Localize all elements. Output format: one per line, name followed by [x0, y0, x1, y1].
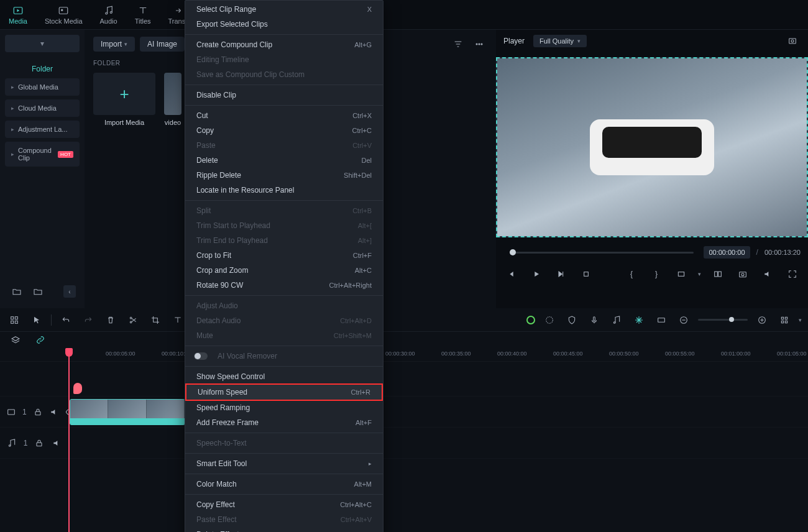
audio-track-icon[interactable]: [6, 435, 17, 451]
delete-icon[interactable]: [103, 312, 119, 328]
ai-image-button[interactable]: AI Image: [140, 37, 185, 52]
menu-crop-fit[interactable]: Crop to FitCtrl+F: [185, 248, 383, 263]
menu-rotate[interactable]: Rotate 90 CWCtrl+Alt+Right: [185, 278, 383, 293]
svg-rect-23: [594, 316, 595, 321]
aspect-icon[interactable]: [673, 266, 689, 282]
menu-create-compound[interactable]: Create Compound ClipAlt+G: [185, 37, 383, 52]
menu-uniform-speed[interactable]: Uniform SpeedCtrl+R: [185, 383, 383, 401]
collapse-sidebar-button[interactable]: ‹: [63, 285, 76, 298]
timeline-ruler[interactable]: 00:00:05:0000:00:10:0000:00:15:0000:00:2…: [0, 348, 808, 362]
menu-delete-effect[interactable]: Delete Effect: [185, 527, 383, 532]
mic-icon[interactable]: [586, 312, 602, 328]
split-icon[interactable]: [125, 312, 141, 328]
sidebar-item-global[interactable]: ▸Global Media: [5, 78, 80, 96]
lock-icon[interactable]: [33, 404, 43, 420]
menu-copy-effect[interactable]: Copy EffectCtrl+Alt+C: [185, 497, 383, 512]
shield-icon[interactable]: [564, 312, 580, 328]
marker-icon[interactable]: [73, 383, 82, 394]
music-icon[interactable]: [608, 312, 625, 328]
menu-smart-edit[interactable]: Smart Edit Tool▸: [185, 456, 383, 471]
menu-select-range[interactable]: Select Clip RangeX: [185, 2, 383, 17]
quality-select[interactable]: Full Quality▾: [533, 35, 587, 47]
svg-point-2: [62, 9, 63, 11]
hot-badge: HOT: [58, 151, 73, 158]
volume-icon[interactable]: [760, 266, 776, 282]
filter-icon[interactable]: [450, 36, 466, 52]
zoom-slider[interactable]: [698, 319, 748, 321]
new-folder-icon[interactable]: [9, 283, 25, 300]
color-icon[interactable]: [541, 312, 558, 328]
import-media-tile[interactable]: + Import Media: [93, 73, 155, 126]
prev-frame-icon[interactable]: [503, 266, 520, 282]
menu-cut[interactable]: CutCtrl+X: [185, 108, 383, 123]
tab-media[interactable]: Media: [0, 2, 36, 27]
folder-add-button[interactable]: ▾: [5, 35, 80, 52]
tab-titles[interactable]: Titles: [126, 2, 160, 27]
layers-icon[interactable]: [7, 332, 24, 348]
stop-icon[interactable]: [578, 266, 594, 282]
tab-stock-media[interactable]: Stock Media: [36, 2, 91, 27]
mark-in-icon[interactable]: {: [623, 266, 640, 282]
svg-rect-14: [740, 272, 746, 277]
sidebar-item-cloud[interactable]: ▸Cloud Media: [5, 99, 80, 117]
fullscreen-icon[interactable]: [784, 266, 801, 282]
caption-icon[interactable]: [653, 312, 669, 328]
mute-audio-icon[interactable]: [51, 435, 62, 451]
menu-copy[interactable]: CopyCtrl+C: [185, 123, 383, 138]
playhead[interactable]: [68, 348, 70, 532]
snapshot-icon[interactable]: [784, 33, 801, 49]
record-indicator-icon[interactable]: [526, 316, 535, 324]
mark-out-icon[interactable]: }: [648, 266, 664, 282]
sidebar-item-adjustment[interactable]: ▸Adjustment La...: [5, 121, 80, 138]
total-time: 00:00:13:20: [764, 249, 801, 256]
menu-show-speed[interactable]: Show Speed Control: [185, 369, 383, 384]
more-icon[interactable]: [471, 36, 487, 52]
menu-save-compound: Save as Compound Clip Custom: [185, 67, 383, 82]
svg-point-35: [9, 444, 11, 446]
tab-audio[interactable]: Audio: [91, 2, 126, 27]
current-time: 00:00:00:00: [704, 246, 750, 259]
effects-icon[interactable]: [631, 312, 647, 328]
link-icon[interactable]: [32, 332, 48, 348]
menu-crop-zoom[interactable]: Crop and ZoomAlt+C: [185, 263, 383, 278]
play-icon[interactable]: [528, 266, 544, 282]
menu-speed-ramping[interactable]: Speed Ramping: [185, 400, 383, 415]
sidebar: ▾ Folder ▸Global Media ▸Cloud Media ▸Adj…: [0, 30, 85, 308]
folder-icon[interactable]: [30, 283, 46, 300]
menu-ripple-delete[interactable]: Ripple DeleteShift+Del: [185, 168, 383, 183]
import-button[interactable]: Import▾: [93, 37, 135, 52]
menu-export-selected[interactable]: Export Selected Clips: [185, 17, 383, 32]
play-forward-icon[interactable]: [553, 266, 569, 282]
menu-color-match[interactable]: Color MatchAlt+M: [185, 477, 383, 492]
grid-view-icon[interactable]: [776, 312, 792, 328]
zoom-in-icon[interactable]: [754, 312, 770, 328]
compare-icon[interactable]: [710, 266, 726, 282]
svg-point-21: [130, 321, 132, 323]
menu-freeze[interactable]: Add Freeze FrameAlt+F: [185, 415, 383, 430]
tab-label: Stock Media: [45, 17, 83, 25]
video-clip-tile[interactable]: video: [164, 73, 181, 126]
cursor-icon[interactable]: [29, 312, 45, 328]
plus-icon: +: [119, 85, 129, 104]
video-track-icon[interactable]: [6, 404, 16, 420]
lock-icon[interactable]: [34, 435, 45, 451]
menu-disable-clip[interactable]: Disable Clip: [185, 88, 383, 103]
menu-locate[interactable]: Locate in the Resource Panel: [185, 183, 383, 198]
svg-rect-17: [15, 316, 17, 319]
svg-rect-8: [789, 39, 796, 44]
mute-track-icon[interactable]: [49, 404, 59, 420]
scrubber[interactable]: [510, 252, 694, 254]
video-clip[interactable]: [70, 399, 185, 425]
zoom-out-icon[interactable]: [676, 312, 692, 328]
redo-icon[interactable]: [80, 312, 96, 328]
text-icon[interactable]: [170, 312, 186, 328]
svg-rect-13: [718, 272, 722, 277]
crop-icon[interactable]: [147, 312, 163, 328]
menu-editing-timeline: Editing Timeline: [185, 52, 383, 67]
preview-viewport[interactable]: [496, 57, 808, 237]
camera-icon[interactable]: [735, 266, 751, 282]
menu-delete[interactable]: DeleteDel: [185, 153, 383, 168]
undo-icon[interactable]: [58, 312, 74, 328]
apps-icon[interactable]: [6, 312, 22, 328]
sidebar-item-compound[interactable]: ▸Compound ClipHOT: [5, 142, 80, 167]
